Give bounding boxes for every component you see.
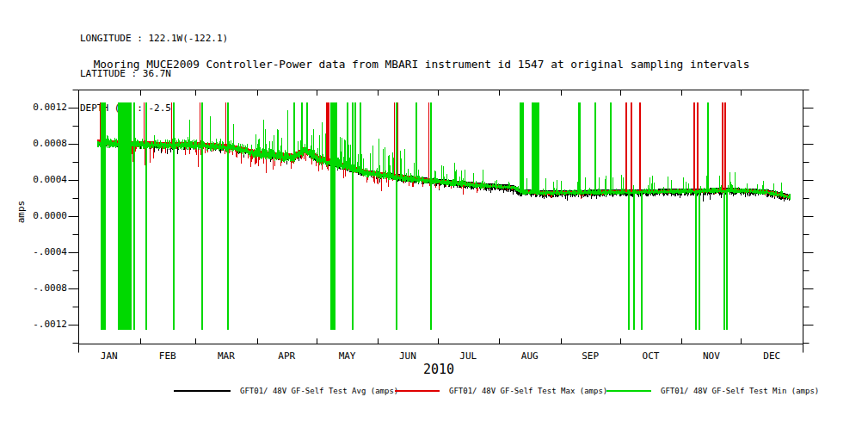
x-tick-label: MAY [317, 350, 378, 362]
legend-item-max: GFT01/ 48V GF-Self Test Max (amps) [395, 385, 607, 397]
x-tick-label: JUN [378, 350, 438, 362]
legend-label-min: GFT01/ 48V GF-Self Test Min (amps) [661, 387, 819, 395]
x-tick-label: APR [256, 350, 317, 362]
avg-line-swatch [174, 390, 231, 392]
y-tick-label: -.0012 [15, 319, 67, 331]
chart-plot-area [78, 90, 803, 344]
y-tick-label: 0.0004 [15, 174, 67, 186]
longitude-text: LONGITUDE : 122.1W(-122.1) [80, 33, 228, 45]
x-axis-year-label: 2010 [404, 362, 473, 377]
x-tick-label: DEC [742, 350, 802, 362]
x-tick-label: OCT [621, 350, 681, 362]
y-tick-label: 0.0008 [15, 138, 67, 150]
y-tick-label: -.0008 [15, 282, 67, 294]
max-line-swatch [395, 390, 440, 392]
min-line-swatch [606, 390, 651, 392]
y-axis-title: amps [15, 201, 27, 224]
x-tick-label: JUL [438, 350, 498, 362]
x-tick-label: NOV [681, 350, 742, 362]
y-tick-label: -.0004 [15, 246, 67, 258]
x-tick-label: SEP [560, 350, 620, 362]
chart-title: Mooring MUCE2009 Controller-Power data f… [60, 58, 783, 71]
y-tick-label: 0.0012 [15, 102, 67, 114]
legend-label-max: GFT01/ 48V GF-Self Test Max (amps) [449, 387, 607, 395]
legend-item-avg: GFT01/ 48V GF-Self Test Avg (amps) [174, 385, 398, 397]
x-tick-label: FEB [138, 350, 198, 362]
legend-item-min: GFT01/ 48V GF-Self Test Min (amps) [606, 385, 819, 397]
plot-window: LONGITUDE : 122.1W(-122.1) LATITUDE : 36… [0, 0, 868, 434]
x-tick-label: JAN [79, 350, 139, 362]
x-tick-label: MAR [196, 350, 256, 362]
legend-label-avg: GFT01/ 48V GF-Self Test Avg (amps) [240, 387, 398, 395]
x-tick-label: AUG [500, 350, 560, 362]
